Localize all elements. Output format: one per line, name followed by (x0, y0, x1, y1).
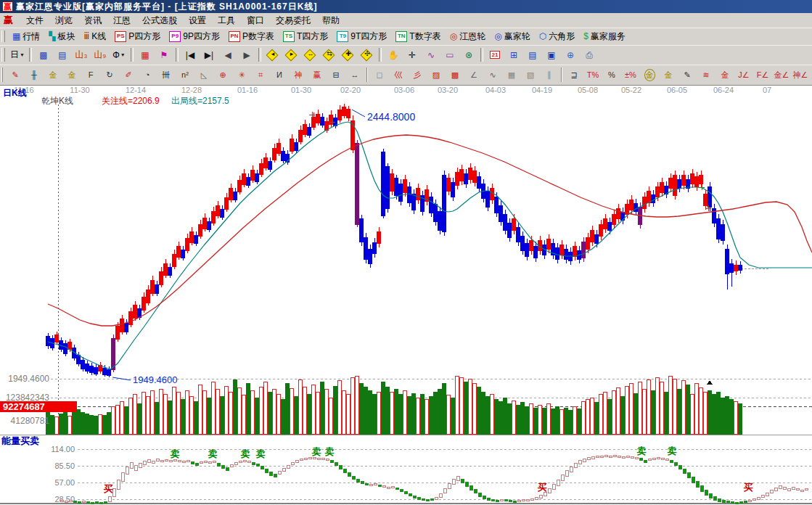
t-percent-tool-button[interactable]: T% (583, 67, 602, 83)
menu-item-1[interactable]: 浏览 (49, 13, 78, 28)
shade-grid-tool-button[interactable]: ▨ (427, 67, 446, 83)
fit-screen-diamond-button[interactable]: ✣ (358, 46, 377, 64)
grid-fill-tool-button[interactable]: ▦ (502, 67, 521, 83)
angle-line-tool-button[interactable]: ∠ (464, 67, 483, 83)
gann-wheel-button[interactable]: ◎江恩轮 (446, 29, 490, 44)
mdi-child-icon[interactable]: 赢 (4, 14, 13, 27)
prev-page-button[interactable]: ◀ (218, 46, 237, 64)
toolbar-drag-handle[interactable] (1, 48, 5, 62)
menu-item-4[interactable]: 公式选股 (136, 13, 183, 28)
parallel-lines-tool-button[interactable]: ∥ (540, 67, 559, 83)
gold-level-tool-button[interactable]: 金 (659, 67, 678, 83)
gold-circle-tool-button[interactable]: 金 (640, 67, 659, 83)
save-net-button[interactable]: ⊕ (561, 46, 580, 64)
t-square-button[interactable]: TST四方形 (279, 29, 332, 44)
first-page-button[interactable]: |◀ (181, 46, 200, 64)
compress-left-diamond-button[interactable]: ◂ (263, 46, 282, 64)
gann-grid-icon-button[interactable]: ▩ (34, 46, 53, 64)
gold-wave-tool-button[interactable]: ≋ (697, 67, 715, 83)
last-page-button[interactable]: ▶| (200, 46, 218, 64)
ruler-tool-button[interactable]: ⊟ (327, 67, 345, 83)
menu-item-8[interactable]: 交易委托 (270, 13, 316, 28)
rail-lines-tool-button[interactable]: ╫ (25, 67, 44, 83)
menu-item-0[interactable]: 文件 (20, 13, 49, 28)
hand-tool-button[interactable]: ✋ (384, 46, 403, 64)
expand-all-diamond-button[interactable]: ✚ (339, 46, 358, 64)
radial-grid-tool-button[interactable]: ✳ (232, 67, 251, 83)
menu-item-5[interactable]: 设置 (183, 13, 212, 28)
measure-tool-button[interactable]: ∿ (422, 46, 440, 64)
calendar-button[interactable]: 21 (485, 46, 504, 64)
ink-brush-tool-button[interactable]: ✎ (678, 67, 697, 83)
crosshair-button[interactable]: ✛ (403, 46, 422, 64)
n-square-tool-button[interactable]: n² (176, 67, 194, 83)
nine-t-square-button[interactable]: T99T四方形 (332, 29, 391, 44)
period-day-button[interactable]: 日▼ (8, 46, 27, 64)
f-angle-tool-button[interactable]: F∠ (753, 67, 772, 83)
menu-item-6[interactable]: 工具 (212, 13, 241, 28)
menu-item-3[interactable]: 江恩 (107, 13, 136, 28)
spider-web-tool-button[interactable]: ⌗ (251, 67, 270, 83)
compress-right-diamond-button[interactable]: ▸ (282, 46, 301, 64)
t-number-table-button[interactable]: TNT数字表 (391, 29, 445, 44)
shen-grid-tool-button[interactable]: 神 (289, 67, 308, 83)
info-doc-icon-button[interactable]: ▤ (53, 46, 72, 64)
span-tool-button[interactable]: ↔ (345, 67, 364, 83)
gold-red-tool-button[interactable]: 金 (715, 67, 734, 83)
p-square-button[interactable]: PSP四方形 (110, 29, 165, 44)
sectors-button[interactable]: ▚板块 (44, 29, 79, 44)
toolbar-drag-handle[interactable] (1, 30, 5, 43)
histogram3-button[interactable]: 山₃ (72, 46, 91, 64)
print-export-button[interactable]: ⎙ (580, 46, 599, 64)
h-expand-diamond-button[interactable]: ⇆ (320, 46, 339, 64)
spiral-tool-button[interactable]: ↻ (100, 67, 119, 83)
zigzag-tool-button[interactable]: ∿ (483, 67, 502, 83)
gold-angle-tool-button[interactable]: 金∠ (772, 67, 791, 83)
gold-grid2-tool-button[interactable]: 金 (62, 67, 81, 83)
menu-item-9[interactable]: 帮助 (316, 13, 345, 28)
marker-pen-tool-button[interactable]: ✐ (119, 67, 138, 83)
kline-chart[interactable]: 11-1611-3012-1412-2801-1601-3002-2003-06… (0, 86, 812, 505)
red-window-button[interactable]: ▦ (136, 46, 155, 64)
menu-item-2[interactable]: 资讯 (78, 13, 107, 28)
flag-marker-button[interactable]: ⚑ (155, 46, 173, 64)
circle-center-tool-button[interactable]: ⊕ (213, 67, 232, 83)
gold-grid-tool-button[interactable]: 金 (44, 67, 62, 83)
price-scale-tool-button[interactable]: ⊒ (565, 67, 583, 83)
mirror-angle-tool-button[interactable]: ◺ (194, 67, 213, 83)
percent-tool-button[interactable]: % (602, 67, 621, 83)
analysis-brain-button[interactable]: ⊛ (459, 46, 478, 64)
wave-mark-tool-button[interactable]: И (270, 67, 289, 83)
hexagon-button[interactable]: ⬡六角形 (535, 29, 579, 44)
percent-line-tool-button[interactable]: ±% (621, 67, 640, 83)
box-tool-button[interactable]: ▭ (440, 46, 459, 64)
grid-fill2-tool-button[interactable]: ▧ (521, 67, 540, 83)
calculator-button[interactable]: ⊞ (504, 46, 523, 64)
toolbar-drag-handle[interactable] (1, 67, 3, 82)
shade-grid2-tool-button[interactable]: ▩ (446, 67, 464, 83)
winner-wheel-button[interactable]: ◎赢家轮 (490, 29, 534, 44)
chart-area[interactable]: 11-1611-3012-1412-2801-1601-3002-2003-06… (0, 85, 812, 505)
winner-service-button[interactable]: $赢家服务 (579, 29, 630, 44)
f-rail-tool-button[interactable]: F (81, 67, 100, 83)
kline-button[interactable]: ⅲK线 (80, 29, 111, 44)
j-angle-tool-button[interactable]: J∠ (734, 67, 753, 83)
ying-grid-tool-button[interactable]: 赢 (308, 67, 327, 83)
quotes-button[interactable]: ▦行情 (8, 29, 44, 44)
notepad-button[interactable]: ▤ (523, 46, 542, 64)
single-candle-button[interactable]: Φ▼ (110, 46, 128, 64)
nine-p-square-button[interactable]: P99P四方形 (165, 29, 224, 44)
angle-fan-tool-button[interactable]: 彡 (408, 67, 427, 83)
rail-count-tool-button[interactable]: 卌 (157, 67, 176, 83)
fan-lines-tool-button[interactable]: 巛 (389, 67, 408, 83)
save-button[interactable]: ▣ (542, 46, 561, 64)
shen-angle-tool-button[interactable]: 神∠ (791, 67, 810, 83)
histogram9-button[interactable]: 山₉ (91, 46, 110, 64)
next-page-button[interactable]: ▶ (237, 46, 256, 64)
time-cycle-tool-button[interactable]: ◔ (138, 67, 157, 83)
box-frame-tool-button[interactable]: ◻ (370, 67, 389, 83)
menu-item-7[interactable]: 窗口 (241, 13, 270, 28)
p-number-table-button[interactable]: PNP数字表 (224, 29, 279, 44)
h-compress-diamond-button[interactable]: ↔ (301, 46, 320, 64)
brush-tool-button[interactable]: ✎ (6, 67, 25, 83)
